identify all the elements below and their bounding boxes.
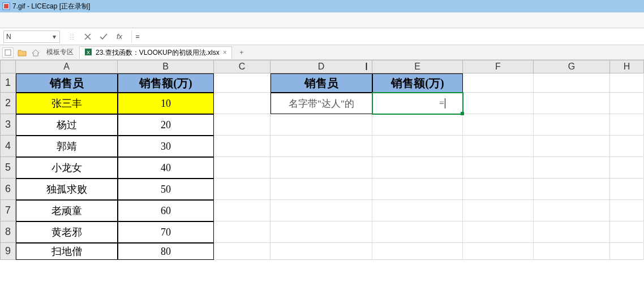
cell-H1[interactable] xyxy=(610,73,644,93)
cell-B3[interactable]: 20 xyxy=(118,114,214,136)
col-header-C[interactable]: C xyxy=(214,60,271,73)
cell-A1[interactable]: 销售员 xyxy=(16,73,118,93)
cell-H8[interactable] xyxy=(610,221,644,243)
cell-C5[interactable] xyxy=(214,157,271,179)
cell-D2[interactable]: 名字带"达人"的 xyxy=(271,93,372,114)
cell-A3[interactable]: 杨过 xyxy=(16,114,118,136)
cell-H2[interactable] xyxy=(610,93,644,114)
row-header-3[interactable]: 3 xyxy=(0,114,16,136)
new-tab-button[interactable]: + xyxy=(235,47,248,58)
tab-close-button[interactable]: × xyxy=(223,49,227,56)
cell-D5[interactable] xyxy=(271,157,372,179)
cell-E4[interactable] xyxy=(372,136,463,157)
cell-C8[interactable] xyxy=(214,221,271,243)
col-header-H[interactable]: H xyxy=(610,60,644,73)
cell-C6[interactable] xyxy=(214,179,271,200)
cell-G4[interactable] xyxy=(534,136,610,157)
cell-F3[interactable] xyxy=(463,114,534,136)
name-box-dropdown-icon[interactable]: ▾ xyxy=(51,33,57,41)
document-tab[interactable]: X 23.查找函数：VLOOKUP的初级用法.xlsx × xyxy=(79,46,232,59)
cell-D8[interactable] xyxy=(271,221,372,243)
cell-D4[interactable] xyxy=(271,136,372,157)
cell-E8[interactable] xyxy=(372,221,463,243)
cell-E6[interactable] xyxy=(372,179,463,200)
select-all-corner[interactable] xyxy=(0,60,16,73)
cell-E7[interactable] xyxy=(372,200,463,221)
cell-H4[interactable] xyxy=(610,136,644,157)
cell-G5[interactable] xyxy=(534,157,610,179)
cell-C1[interactable] xyxy=(214,73,271,93)
cell-G1[interactable] xyxy=(534,73,610,93)
cell-D6[interactable] xyxy=(271,179,372,200)
cell-E5[interactable] xyxy=(372,157,463,179)
cell-A5[interactable]: 小龙女 xyxy=(16,157,118,179)
cell-G2[interactable] xyxy=(534,93,610,114)
formula-input[interactable]: = xyxy=(131,31,644,43)
cell-C4[interactable] xyxy=(214,136,271,157)
cell-D3[interactable] xyxy=(271,114,372,136)
row-header-5[interactable]: 5 xyxy=(0,157,16,179)
cell-E3[interactable] xyxy=(372,114,463,136)
spreadsheet-grid[interactable]: A B C D E F G H I 1 销售员 销售额(万) 销售员 销售额(万… xyxy=(0,60,644,260)
cell-F2[interactable] xyxy=(463,93,534,114)
row-header-6[interactable]: 6 xyxy=(0,179,16,200)
cell-B6[interactable]: 50 xyxy=(118,179,214,200)
cell-A8[interactable]: 黄老邪 xyxy=(16,221,118,243)
cell-B7[interactable]: 60 xyxy=(118,200,214,221)
cell-C2[interactable] xyxy=(214,93,271,114)
col-header-E[interactable]: E xyxy=(372,60,463,73)
row-header-7[interactable]: 7 xyxy=(0,200,16,221)
cell-B9[interactable]: 80 xyxy=(118,243,214,260)
cell-F7[interactable] xyxy=(463,200,534,221)
cell-A4[interactable]: 郭靖 xyxy=(16,136,118,157)
cell-E2-editing[interactable]: = xyxy=(372,93,463,114)
cell-G7[interactable] xyxy=(534,200,610,221)
cell-F8[interactable] xyxy=(463,221,534,243)
cell-C3[interactable] xyxy=(214,114,271,136)
cell-F9[interactable] xyxy=(463,243,534,260)
fx-label[interactable]: fx xyxy=(114,32,124,41)
cell-B2[interactable]: 10 xyxy=(118,93,214,114)
cell-B4[interactable]: 30 xyxy=(118,136,214,157)
cell-B8[interactable]: 70 xyxy=(118,221,214,243)
cell-G6[interactable] xyxy=(534,179,610,200)
cell-B1[interactable]: 销售额(万) xyxy=(118,73,214,93)
cell-D1[interactable]: 销售员 xyxy=(271,73,372,93)
col-header-A[interactable]: A xyxy=(16,60,118,73)
cell-E1[interactable]: 销售额(万) xyxy=(372,73,463,93)
new-blank-button[interactable] xyxy=(2,47,14,58)
cell-H7[interactable] xyxy=(610,200,644,221)
cell-H5[interactable] xyxy=(610,157,644,179)
cell-A9[interactable]: 扫地僧 xyxy=(16,243,118,260)
row-header-8[interactable]: 8 xyxy=(0,221,16,243)
home-icon[interactable] xyxy=(31,47,41,58)
col-header-B[interactable]: B xyxy=(118,60,214,73)
row-header-4[interactable]: 4 xyxy=(0,136,16,157)
cell-E9[interactable] xyxy=(372,243,463,260)
accept-formula-button[interactable] xyxy=(98,32,109,42)
row-header-2[interactable]: 2 xyxy=(0,93,16,114)
cell-A2[interactable]: 张三丰 xyxy=(16,93,118,114)
cell-B5[interactable]: 40 xyxy=(118,157,214,179)
col-header-D[interactable]: D xyxy=(271,60,372,73)
cell-F5[interactable] xyxy=(463,157,534,179)
cell-G8[interactable] xyxy=(534,221,610,243)
cell-G9[interactable] xyxy=(534,243,610,260)
col-header-F[interactable]: F xyxy=(463,60,534,73)
row-header-1[interactable]: 1 xyxy=(0,73,16,93)
cell-H3[interactable] xyxy=(610,114,644,136)
col-header-G[interactable]: G xyxy=(534,60,610,73)
cell-F6[interactable] xyxy=(463,179,534,200)
cell-C9[interactable] xyxy=(214,243,271,260)
cell-C7[interactable] xyxy=(214,200,271,221)
cell-A6[interactable]: 独孤求败 xyxy=(16,179,118,200)
cell-D7[interactable] xyxy=(271,200,372,221)
cell-H9[interactable] xyxy=(610,243,644,260)
folder-icon[interactable] xyxy=(17,47,27,58)
cancel-formula-button[interactable] xyxy=(83,32,93,42)
cell-H6[interactable] xyxy=(610,179,644,200)
row-header-9[interactable]: 9 xyxy=(0,243,16,260)
cell-F4[interactable] xyxy=(463,136,534,157)
cell-G3[interactable] xyxy=(534,114,610,136)
name-box[interactable]: N ▾ xyxy=(3,31,60,43)
